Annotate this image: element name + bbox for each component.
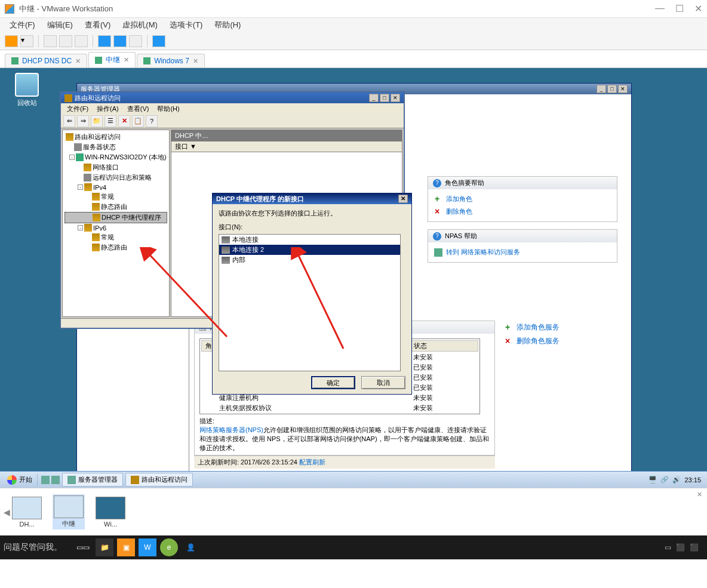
vm-tab-relay[interactable]: 中继 ✕ bbox=[88, 52, 136, 67]
forward-button[interactable]: ⇒ bbox=[77, 115, 89, 127]
back-button[interactable]: ⇐ bbox=[63, 115, 75, 127]
vmware-taskbar-icon[interactable]: ▣ bbox=[117, 538, 135, 556]
taskview-icon[interactable]: ▭▭ bbox=[74, 538, 92, 556]
tab-close-icon[interactable]: ✕ bbox=[75, 57, 81, 65]
tree-static4[interactable]: 静态路由 bbox=[101, 202, 127, 211]
tray-icon[interactable]: ⬛ bbox=[690, 543, 699, 552]
minimize-button[interactable]: _ bbox=[369, 94, 379, 102]
tab-close-icon[interactable]: ✕ bbox=[124, 56, 129, 64]
menu-tabs[interactable]: 选项卡(T) bbox=[165, 19, 208, 32]
app-icon[interactable]: 👤 bbox=[182, 538, 199, 556]
item-label[interactable]: 内部 bbox=[232, 255, 245, 264]
taskbar-task-rras[interactable]: 路由和远程访问 bbox=[125, 473, 193, 487]
remove-role-service-link[interactable]: 删除角色服务 bbox=[517, 336, 560, 346]
refresh-button[interactable]: 📋 bbox=[132, 115, 144, 127]
tray-volume-icon[interactable]: 🔊 bbox=[672, 476, 681, 484]
maximize-button[interactable]: □ bbox=[607, 85, 617, 93]
tray-icon[interactable]: 🖥️ bbox=[648, 476, 657, 484]
close-button[interactable]: ✕ bbox=[618, 85, 628, 93]
cortana-text[interactable]: 问题尽管问我。 bbox=[4, 542, 62, 553]
power-button[interactable] bbox=[5, 35, 18, 47]
ok-button[interactable]: 确定 bbox=[311, 376, 355, 389]
rras-titlebar[interactable]: 路由和远程访问 _ □ ✕ bbox=[61, 93, 404, 103]
close-button[interactable]: ✕ bbox=[694, 3, 702, 14]
tree-general6[interactable]: 常规 bbox=[101, 233, 114, 242]
menu-view[interactable]: 查看(V) bbox=[124, 104, 153, 114]
menu-action[interactable]: 操作(A) bbox=[93, 104, 122, 114]
menu-file[interactable]: 文件(F) bbox=[63, 104, 92, 114]
snapshot-button[interactable] bbox=[44, 35, 57, 47]
menu-vm[interactable]: 虚拟机(M) bbox=[118, 19, 162, 32]
expand-toggle[interactable]: - bbox=[78, 184, 83, 190]
expand-toggle[interactable]: - bbox=[78, 225, 83, 230]
up-button[interactable]: 📁 bbox=[91, 115, 103, 127]
fullscreen-button[interactable] bbox=[98, 35, 111, 47]
taskbar-task-servermgr[interactable]: 服务器管理器 bbox=[62, 473, 123, 487]
tab-close-icon[interactable]: ✕ bbox=[193, 57, 198, 65]
tree-static6[interactable]: 静态路由 bbox=[101, 243, 127, 252]
tree-ipv6[interactable]: IPv6 bbox=[93, 224, 106, 232]
menu-file[interactable]: 文件(F) bbox=[5, 19, 40, 32]
stretch-button[interactable] bbox=[152, 35, 165, 47]
close-thumbstrip-button[interactable]: ✕ bbox=[697, 491, 702, 498]
scroll-left-button[interactable]: ◀ bbox=[4, 507, 10, 517]
col-status[interactable]: 状态 bbox=[410, 340, 479, 352]
rras-tree[interactable]: 路由和远程访问 服务器状态 -WIN-RNZWS3IO2DY (本地) 网络接口… bbox=[62, 130, 170, 317]
delete-button[interactable]: ✕ bbox=[118, 115, 130, 127]
tree-root[interactable]: 路由和远程访问 bbox=[75, 133, 121, 141]
tray-icon[interactable]: ⬛ bbox=[676, 543, 685, 552]
add-role-service-link[interactable]: 添加角色服务 bbox=[517, 322, 560, 333]
prop-button[interactable]: ☰ bbox=[104, 115, 116, 127]
vm-tab-dhcp[interactable]: DHCP DNS DC ✕ bbox=[5, 54, 87, 67]
tree-ipv4[interactable]: IPv4 bbox=[93, 184, 106, 191]
item-label[interactable]: 本地连接 bbox=[232, 235, 259, 244]
rras-column-header[interactable]: 接口 ▼ bbox=[171, 141, 402, 152]
vm-thumbnail[interactable]: 中继 bbox=[53, 494, 85, 529]
recycle-bin[interactable]: 回收站 bbox=[15, 73, 39, 107]
item-label[interactable]: 本地连接 2 bbox=[232, 245, 264, 254]
remove-role-link[interactable]: 删除角色 bbox=[446, 207, 472, 216]
dialog-close-button[interactable]: ✕ bbox=[398, 195, 408, 203]
close-button[interactable]: ✕ bbox=[391, 94, 400, 102]
explorer-icon[interactable]: 📁 bbox=[96, 538, 113, 556]
nps-link[interactable]: 网络策略服务器(NPS) bbox=[199, 426, 263, 433]
tray-icon[interactable]: ▭ bbox=[665, 543, 671, 552]
minimize-button[interactable]: — bbox=[655, 3, 665, 14]
export-button[interactable]: ? bbox=[146, 115, 158, 127]
revert-button[interactable] bbox=[75, 35, 88, 47]
menu-help[interactable]: 帮助(H) bbox=[153, 104, 183, 114]
menu-help[interactable]: 帮助(H) bbox=[210, 19, 245, 32]
menu-edit[interactable]: 编辑(E) bbox=[42, 19, 78, 32]
dialog-titlebar[interactable]: DHCP 中继代理程序 的新接口 ✕ bbox=[213, 193, 411, 204]
browser-icon[interactable]: e bbox=[160, 538, 178, 556]
minimize-button[interactable]: _ bbox=[597, 85, 606, 93]
start-button[interactable]: 开始 bbox=[2, 474, 38, 486]
tb-btn[interactable]: ▾ bbox=[20, 35, 33, 47]
maximize-button[interactable]: □ bbox=[380, 94, 389, 102]
configure-refresh-link[interactable]: 配置刷新 bbox=[299, 458, 325, 466]
tree-netif[interactable]: 网络接口 bbox=[93, 163, 119, 172]
tray-network-icon[interactable]: 🔗 bbox=[660, 476, 669, 484]
app-icon[interactable]: W bbox=[139, 538, 156, 556]
tree-dhcp-relay[interactable]: DHCP 中继代理程序 bbox=[102, 213, 161, 222]
snapshot-mgr-button[interactable] bbox=[59, 35, 72, 47]
vm-thumbnail[interactable]: Wi... bbox=[96, 497, 125, 528]
tree-server[interactable]: WIN-RNZWS3IO2DY (本地) bbox=[85, 153, 167, 162]
vm-tab-win7[interactable]: Windows 7 ✕ bbox=[137, 54, 205, 67]
quicklaunch-icon[interactable] bbox=[41, 476, 50, 484]
tree-status[interactable]: 服务器状态 bbox=[83, 143, 116, 152]
expand-toggle[interactable]: - bbox=[69, 155, 75, 160]
tree-general4[interactable]: 常规 bbox=[101, 192, 114, 201]
quicklaunch-icon[interactable] bbox=[51, 476, 60, 484]
goto-npas-link[interactable]: 转到 网络策略和访问服务 bbox=[446, 248, 520, 257]
add-role-link[interactable]: 添加角色 bbox=[446, 195, 472, 204]
maximize-button[interactable]: ☐ bbox=[675, 3, 684, 14]
vm-thumbnail[interactable]: DH... bbox=[12, 497, 42, 528]
cancel-button[interactable]: 取消 bbox=[361, 376, 405, 389]
interface-listbox[interactable]: 本地连接 本地连接 2 内部 bbox=[219, 234, 401, 371]
tray-time[interactable]: 23:15 bbox=[684, 476, 701, 484]
menu-view[interactable]: 查看(V) bbox=[80, 19, 115, 32]
tree-log[interactable]: 远程访问日志和策略 bbox=[93, 173, 152, 182]
console-button[interactable] bbox=[129, 35, 142, 47]
unity-button[interactable] bbox=[113, 35, 127, 47]
